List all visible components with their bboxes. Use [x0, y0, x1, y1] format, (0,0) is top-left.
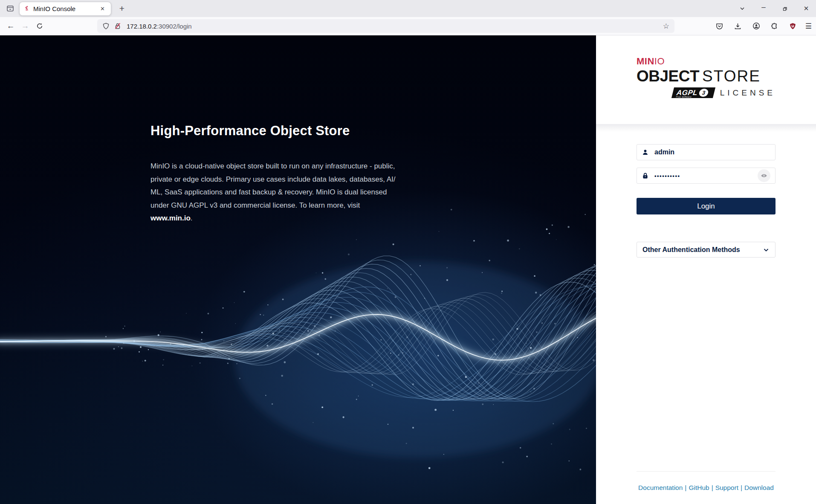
window-controls: – ✕: [737, 0, 812, 17]
toggle-password-visibility-button[interactable]: [758, 169, 770, 182]
url-text: 172.18.0.2:30902/login: [127, 23, 192, 30]
license-label: LICENSE: [720, 88, 775, 98]
support-link[interactable]: Support: [715, 484, 738, 491]
forward-button[interactable]: →: [18, 19, 32, 33]
tracking-shield-icon[interactable]: [102, 23, 110, 30]
reload-icon: [36, 23, 43, 29]
username-field[interactable]: admin: [637, 144, 775, 160]
minio-favicon-icon: [23, 6, 30, 12]
page-content: High-Performance Object Store MinIO is a…: [0, 35, 816, 504]
pocket-icon[interactable]: [714, 19, 726, 33]
extensions-puzzle-icon[interactable]: [769, 19, 781, 33]
back-button[interactable]: ←: [3, 19, 18, 33]
chevron-down-icon: [763, 246, 770, 253]
restore-icon: [782, 6, 788, 12]
reload-button[interactable]: [32, 19, 47, 33]
object-store-wordmark: OBJECTSTORE: [637, 67, 775, 85]
tab-title: MinIO Console: [33, 5, 98, 12]
new-tab-button[interactable]: +: [116, 3, 128, 14]
minio-wordmark: MINIO: [637, 56, 775, 67]
password-masked-value: ••••••••••: [654, 173, 680, 179]
hero-heading: High-Performance Object Store: [150, 123, 350, 139]
menu-hamburger-icon[interactable]: ☰: [805, 22, 812, 31]
user-icon: [642, 149, 649, 156]
other-auth-methods-toggle[interactable]: Other Authentication Methods: [637, 242, 775, 258]
firefox-view-icon: [6, 5, 14, 12]
ublock-shield-icon[interactable]: [787, 19, 799, 33]
firefox-view-button[interactable]: [3, 3, 17, 14]
wave-decoration: [0, 35, 596, 504]
footer-divider: [637, 471, 775, 472]
navigation-toolbar: ← → 172.18.0.2:30902/login ☆: [0, 17, 816, 35]
hero-section: High-Performance Object Store MinIO is a…: [0, 35, 596, 504]
restore-button[interactable]: [779, 3, 790, 14]
bookmark-star-icon[interactable]: ☆: [663, 22, 669, 31]
github-link[interactable]: GitHub: [689, 484, 709, 491]
insecure-lock-icon[interactable]: [114, 22, 122, 30]
eye-icon: [761, 172, 767, 179]
browser-tab-minio-console[interactable]: MinIO Console ✕: [19, 2, 111, 16]
lock-icon: [642, 172, 649, 180]
hero-description: MinIO is a cloud-native object store bui…: [150, 160, 396, 225]
password-field[interactable]: ••••••••••: [637, 168, 775, 184]
tab-close-icon[interactable]: ✕: [98, 5, 107, 12]
browser-window: MinIO Console ✕ + – ✕ ← →: [0, 0, 816, 504]
minimize-button[interactable]: –: [758, 3, 769, 14]
close-window-button[interactable]: ✕: [801, 3, 812, 14]
agpl-v3-badge: AGPL 3 Free Software: [671, 87, 715, 98]
list-tabs-chevron-icon[interactable]: [737, 3, 748, 14]
minio-object-store-logo: MINIO OBJECTSTORE AGPL 3 Free Software L…: [637, 56, 775, 98]
tab-bar: MinIO Console ✕ + – ✕: [0, 0, 816, 17]
logo-header: MINIO OBJECTSTORE AGPL 3 Free Software L…: [596, 35, 816, 124]
login-button[interactable]: Login: [637, 198, 775, 214]
url-bar[interactable]: 172.18.0.2:30902/login ☆: [97, 19, 674, 33]
toolbar-action-icons: ☰: [714, 19, 812, 33]
footer-links: Documentation|GitHub|Support|Download: [596, 484, 816, 492]
username-value: admin: [654, 148, 674, 156]
documentation-link[interactable]: Documentation: [638, 484, 683, 491]
account-icon[interactable]: [750, 19, 762, 33]
login-panel: MINIO OBJECTSTORE AGPL 3 Free Software L…: [596, 35, 816, 504]
min-io-link[interactable]: www.min.io: [150, 214, 191, 222]
downloads-icon[interactable]: [732, 19, 744, 33]
download-link[interactable]: Download: [744, 484, 774, 491]
